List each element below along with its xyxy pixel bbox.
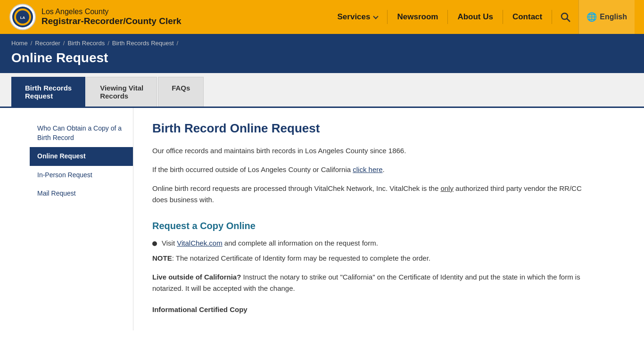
section-title-request-copy: Request a Copy Online: [152, 221, 595, 231]
tabs-section: Birth RecordsRequest Viewing VitalRecord…: [0, 73, 644, 108]
bullet-dot: [152, 241, 157, 246]
breadcrumb-sep-4: /: [177, 40, 179, 47]
svg-point-4: [561, 13, 568, 19]
content-title: Birth Record Online Request: [152, 121, 595, 136]
breadcrumb-sep-3: /: [107, 40, 109, 47]
bullet-prefix: Visit: [162, 239, 177, 247]
breadcrumb-recorder[interactable]: Recorder: [35, 40, 60, 47]
search-icon: [560, 11, 571, 23]
para2-prefix: If the birth occurred outside of Los Ang…: [152, 165, 353, 173]
click-here-link[interactable]: click here: [353, 165, 382, 173]
bullet-suffix: and complete all information on the requ…: [223, 239, 378, 247]
breadcrumb-sep-1: /: [31, 40, 33, 47]
sidebar: Who Can Obtain a Copy of a Birth Record …: [30, 108, 133, 330]
content-area: Birth Record Online Request Our office r…: [133, 108, 614, 330]
note-paragraph: NOTE: The notarized Certificate of Ident…: [152, 253, 595, 264]
nav-contact[interactable]: Contact: [503, 0, 552, 34]
tab-faqs[interactable]: FAQs: [158, 77, 204, 107]
tab-viewing-vital-records[interactable]: Viewing VitalRecords: [86, 77, 157, 107]
org-seal: LA: [9, 4, 36, 30]
breadcrumb-home[interactable]: Home: [11, 40, 28, 47]
logo-area: LA Los Angeles County Registrar-Recorder…: [9, 4, 217, 30]
para2-suffix: .: [383, 165, 385, 173]
org-title: Los Angeles County Registrar-Recorder/Co…: [41, 7, 182, 27]
main-content: Who Can Obtain a Copy of a Birth Record …: [30, 108, 614, 330]
breadcrumb-sep-2: /: [63, 40, 65, 47]
bullet-text: Visit VitalChek.com and complete all inf…: [162, 239, 378, 247]
breadcrumb: Home / Recorder / Birth Records / Birth …: [11, 40, 633, 47]
org-line1: Los Angeles County: [41, 7, 182, 16]
breadcrumb-bar: Home / Recorder / Birth Records / Birth …: [0, 34, 644, 73]
chevron-down-icon: [373, 14, 379, 19]
para3-prefix: Online birth record requests are process…: [152, 184, 440, 192]
sidebar-item-who-can-obtain[interactable]: Who Can Obtain a Copy of a Birth Record: [30, 119, 133, 147]
sidebar-item-online-request[interactable]: Online Request: [30, 147, 133, 166]
note-text: : The notarized Certificate of Identity …: [172, 254, 430, 262]
para3-underline: only: [440, 184, 454, 192]
tab-birth-records-request[interactable]: Birth RecordsRequest: [11, 77, 85, 107]
page-title: Online Request: [11, 50, 633, 73]
svg-text:LA: LA: [20, 16, 25, 20]
sidebar-item-in-person-request[interactable]: In-Person Request: [30, 166, 133, 185]
org-line2: Registrar-Recorder/County Clerk: [41, 16, 182, 27]
language-selector[interactable]: 🌐 English: [578, 0, 635, 34]
globe-icon: 🌐: [586, 12, 597, 22]
tabs-container: Birth RecordsRequest Viewing VitalRecord…: [0, 73, 566, 107]
breadcrumb-birth-records[interactable]: Birth Records: [67, 40, 105, 47]
content-para-3: Online birth record requests are process…: [152, 183, 595, 206]
breadcrumb-birth-records-request[interactable]: Birth Records Request: [112, 40, 174, 47]
search-button[interactable]: [552, 0, 578, 34]
sub-title-informational: Informational Certified Copy: [152, 305, 595, 313]
nav-about-us[interactable]: About Us: [448, 0, 503, 34]
note-label: NOTE: [152, 254, 172, 262]
live-outside-label: Live outside of California?: [152, 273, 241, 281]
bullet-item-vitalchek: Visit VitalChek.com and complete all inf…: [152, 239, 595, 247]
site-header: LA Los Angeles County Registrar-Recorder…: [0, 0, 644, 34]
svg-line-5: [567, 19, 570, 22]
live-outside-paragraph: Live outside of California? Instruct the…: [152, 272, 595, 294]
content-para-1: Our office records and maintains birth r…: [152, 145, 595, 156]
vitalchek-link[interactable]: VitalChek.com: [177, 239, 222, 247]
main-nav: Services Newsroom About Us Contact 🌐 Eng…: [217, 0, 635, 34]
nav-newsroom[interactable]: Newsroom: [388, 0, 447, 34]
nav-services[interactable]: Services: [328, 0, 388, 34]
content-para-2: If the birth occurred outside of Los Ang…: [152, 164, 595, 175]
sidebar-item-mail-request[interactable]: Mail Request: [30, 184, 133, 203]
